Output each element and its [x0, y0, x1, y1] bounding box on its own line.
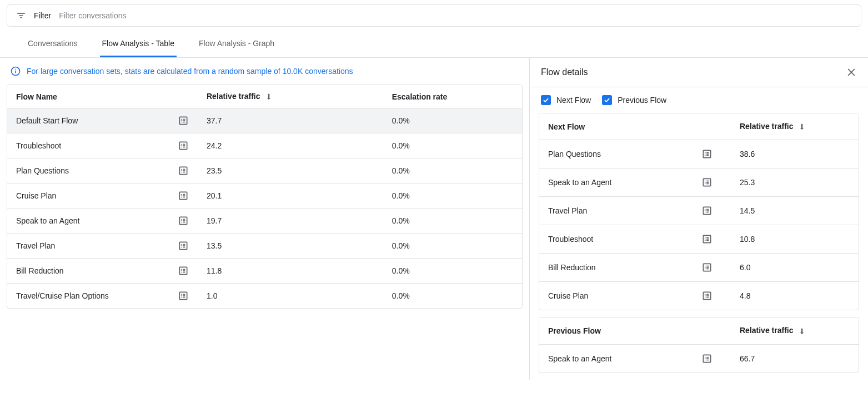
checkbox-previous-flow-label: Previous Flow	[618, 96, 666, 105]
flow-name-text: Speak to an Agent	[539, 344, 693, 373]
relative-traffic-cell: 6.0	[731, 254, 859, 282]
content-area: For large conversation sets, stats are c…	[0, 58, 868, 380]
relative-traffic-cell: 19.7	[198, 209, 383, 234]
list-icon[interactable]	[178, 240, 189, 251]
list-icon[interactable]	[701, 205, 722, 216]
relative-traffic-cell: 14.5	[731, 197, 859, 225]
col-header-relative-traffic[interactable]: Relative traffic	[731, 317, 859, 344]
col-header-escalation-rate-text: Escalation rate	[392, 92, 448, 101]
flow-name-text: Plan Questions	[539, 140, 693, 168]
flow-name-text: Bill Reduction	[539, 254, 693, 282]
flow-name-text: Plan Questions	[16, 166, 69, 175]
svg-point-2	[15, 69, 16, 70]
escalation-rate-cell: 0.0%	[383, 209, 522, 234]
relative-traffic-cell: 4.8	[731, 282, 859, 310]
col-header-escalation-rate[interactable]: Escalation rate	[383, 85, 522, 108]
panel-title: Flow details	[541, 67, 588, 77]
info-icon	[10, 66, 21, 77]
table-row[interactable]: Travel/Cruise Plan Options1.00.0%	[7, 284, 522, 309]
col-header-relative-traffic-text: Relative traffic	[740, 122, 793, 131]
list-icon[interactable]	[178, 115, 189, 126]
info-banner-text: For large conversation sets, stats are c…	[27, 67, 353, 76]
list-icon[interactable]	[178, 290, 189, 301]
table-row[interactable]: Bill Reduction11.80.0%	[7, 259, 522, 284]
table-row[interactable]: Bill Reduction6.0	[539, 254, 859, 282]
tab-flow-analysis-graph[interactable]: Flow Analysis - Graph	[197, 30, 277, 57]
table-row[interactable]: Travel Plan13.50.0%	[7, 234, 522, 259]
relative-traffic-cell: 25.3	[731, 168, 859, 197]
list-icon[interactable]	[178, 190, 189, 201]
flow-name-text: Travel Plan	[539, 197, 693, 225]
relative-traffic-cell: 13.5	[198, 234, 383, 259]
list-icon[interactable]	[701, 177, 722, 188]
col-header-relative-traffic[interactable]: Relative traffic	[731, 113, 859, 140]
list-icon[interactable]	[701, 234, 722, 245]
info-banner: For large conversation sets, stats are c…	[0, 58, 529, 85]
col-header-relative-traffic-text: Relative traffic	[740, 326, 793, 335]
filter-input[interactable]	[59, 11, 852, 20]
col-header-next-flow[interactable]: Next Flow	[539, 113, 693, 140]
table-row[interactable]: Troubleshoot10.8	[539, 225, 859, 254]
col-header-flow-name[interactable]: Flow Name	[7, 85, 198, 108]
escalation-rate-cell: 0.0%	[383, 108, 522, 133]
relative-traffic-cell: 23.5	[198, 158, 383, 183]
checkbox-checked-icon	[602, 95, 612, 105]
filter-bar: Filter	[7, 4, 861, 27]
table-row[interactable]: Plan Questions38.6	[539, 140, 859, 168]
list-icon[interactable]	[701, 290, 722, 301]
col-header-previous-flow-text: Previous Flow	[548, 326, 601, 335]
sort-arrow-down-icon	[264, 92, 273, 101]
col-header-next-flow-text: Next Flow	[548, 122, 585, 131]
table-row[interactable]: Cruise Plan4.8	[539, 282, 859, 310]
list-icon[interactable]	[701, 148, 722, 160]
checkbox-next-flow[interactable]: Next Flow	[541, 95, 591, 105]
flow-name-text: Speak to an Agent	[16, 216, 79, 225]
table-row[interactable]: Troubleshoot24.20.0%	[7, 133, 522, 158]
flow-name-text: Travel Plan	[16, 241, 55, 250]
col-header-previous-flow[interactable]: Previous Flow	[539, 317, 693, 344]
list-icon[interactable]	[701, 262, 722, 273]
list-icon[interactable]	[178, 215, 189, 226]
table-row[interactable]: Plan Questions23.50.0%	[7, 158, 522, 183]
filter-label: Filter	[34, 11, 51, 20]
checkbox-next-flow-label: Next Flow	[556, 96, 591, 105]
table-row[interactable]: Default Start Flow37.70.0%	[7, 108, 522, 133]
table-header-row: Flow Name Relative traffic Escalation ra…	[7, 85, 522, 108]
main-column: For large conversation sets, stats are c…	[0, 58, 529, 380]
list-icon[interactable]	[178, 165, 189, 176]
tab-flow-analysis-table[interactable]: Flow Analysis - Table	[100, 30, 177, 57]
checkbox-checked-icon	[541, 95, 551, 105]
col-header-relative-traffic-text: Relative traffic	[207, 92, 260, 101]
relative-traffic-cell: 37.7	[198, 108, 383, 133]
relative-traffic-cell: 10.8	[731, 225, 859, 254]
table-row[interactable]: Travel Plan14.5	[539, 197, 859, 225]
escalation-rate-cell: 0.0%	[383, 133, 522, 158]
relative-traffic-cell: 24.2	[198, 133, 383, 158]
list-icon[interactable]	[178, 265, 189, 276]
col-header-relative-traffic[interactable]: Relative traffic	[198, 85, 383, 108]
relative-traffic-cell: 38.6	[731, 140, 859, 168]
filter-icon	[16, 11, 26, 21]
table-row[interactable]: Speak to an Agent19.70.0%	[7, 209, 522, 234]
list-icon[interactable]	[178, 140, 189, 151]
relative-traffic-cell: 66.7	[731, 344, 859, 373]
flow-name-text: Bill Reduction	[16, 266, 64, 275]
list-icon[interactable]	[701, 353, 722, 364]
relative-traffic-cell: 11.8	[198, 259, 383, 284]
sort-arrow-down-icon	[797, 327, 806, 336]
flow-details-panel: Flow details Next Flow Previous Flow	[529, 58, 868, 380]
table-row[interactable]: Speak to an Agent66.7	[539, 344, 859, 373]
flow-name-text: Cruise Plan	[16, 191, 56, 200]
flow-name-text: Default Start Flow	[16, 116, 78, 125]
relative-traffic-cell: 20.1	[198, 183, 383, 209]
panel-header: Flow details	[530, 58, 868, 87]
checkbox-previous-flow[interactable]: Previous Flow	[602, 95, 666, 105]
sort-arrow-down-icon	[797, 122, 806, 131]
close-icon[interactable]	[846, 67, 857, 78]
flow-name-text: Troubleshoot	[16, 141, 61, 150]
flow-name-text: Travel/Cruise Plan Options	[16, 291, 109, 300]
table-row[interactable]: Speak to an Agent25.3	[539, 168, 859, 197]
table-row[interactable]: Cruise Plan20.10.0%	[7, 183, 522, 209]
relative-traffic-cell: 1.0	[198, 284, 383, 309]
tab-conversations[interactable]: Conversations	[26, 30, 80, 57]
